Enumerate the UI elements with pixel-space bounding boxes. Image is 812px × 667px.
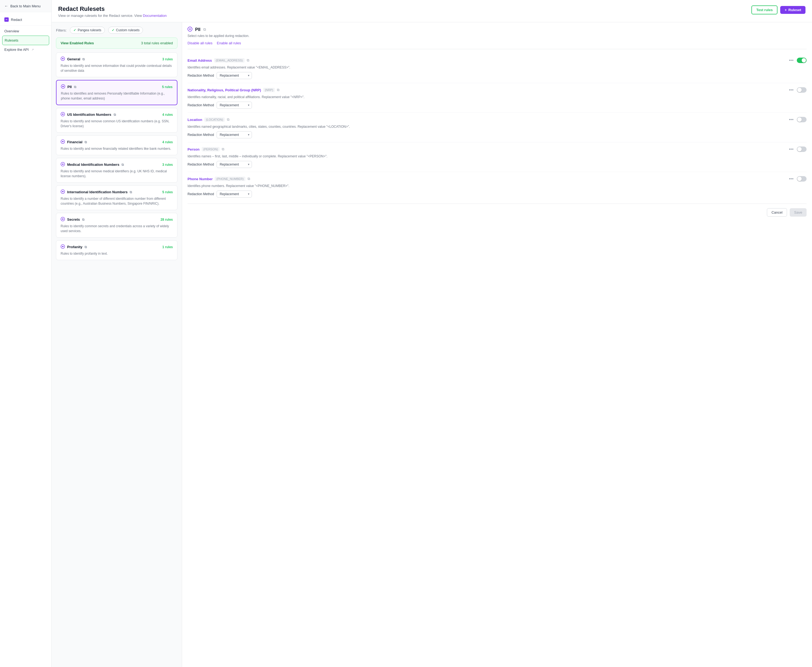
rule-item-phone: Phone Number (PHONE_NUMBER) ⧉ ••• Identi… [187,172,807,201]
rule-nrp-name: Nationality, Religious, Political Group … [187,88,261,92]
plus-icon: + [785,8,787,12]
profanity-copy-icon[interactable]: ⧉ [85,245,87,249]
ruleset-button-label: Ruleset [788,8,801,12]
ruleset-card-profanity[interactable]: Profanity ⧉ 1 rules Rules to identify pr… [56,240,177,260]
ruleset-card-financial[interactable]: Financial ⧉ 4 rules Rules to identify an… [56,135,177,155]
financial-copy-icon[interactable]: ⧉ [85,140,87,144]
sidebar-item-explore-api[interactable]: Explore the API ↗ [0,45,51,54]
rule-location-method: Redaction Method Replacement Mask Hash F… [187,131,807,138]
rule-person-copy-icon[interactable]: ⧉ [222,147,224,151]
profanity-desc: Rules to identify profanity in text. [61,251,173,256]
header-buttons: Test rules + Ruleset [751,5,805,14]
international-copy-icon[interactable]: ⧉ [129,190,132,194]
ruleset-card-secrets[interactable]: Secrets ⧉ 28 rules Rules to identify com… [56,213,177,237]
financial-count: 4 rules [162,140,173,144]
rules-list: Email Address (EMAIL_ADDRESS) ⧉ ••• Iden… [187,53,807,201]
sidebar-service-label: Redact [11,18,22,22]
rule-email-method-select[interactable]: Replacement Mask Hash Fake [217,72,252,79]
page-description: View or manage rulesets for the Redact s… [58,13,167,18]
sidebar-rulesets-label: Rulesets [5,38,18,42]
rule-person-tag: (PERSON) [202,147,220,151]
rule-phone-more-button[interactable]: ••• [788,176,795,182]
medical-desc: Rules to identify and remove medical ide… [61,169,173,179]
pangea-rulesets-filter[interactable]: ✓ Pangea rulesets [70,27,105,34]
rule-email-more-button[interactable]: ••• [788,57,795,63]
general-copy-icon[interactable]: ⧉ [82,57,85,61]
left-panel: Filters: ✓ Pangea rulesets ✓ Custom rule… [51,22,182,667]
save-button[interactable]: Save [790,208,807,217]
profanity-count: 1 rules [162,245,173,249]
rule-phone-method-select[interactable]: Replacement Mask Hash Fake [217,191,252,197]
add-ruleset-button[interactable]: + Ruleset [780,6,805,14]
us-id-card-title: US Identification Numbers [67,113,111,116]
ruleset-card-us-id[interactable]: US Identification Numbers ⧉ 4 rules Rule… [56,108,177,133]
ruleset-card-medical[interactable]: Medical Identification Numbers ⧉ 3 rules… [56,158,177,183]
rule-phone-tag: (PHONE_NUMBER) [215,177,245,181]
content-area: Filters: ✓ Pangea rulesets ✓ Custom rule… [51,22,812,667]
rule-email-toggle[interactable] [797,58,807,63]
medical-copy-icon[interactable]: ⧉ [121,163,124,167]
rule-phone-toggle[interactable] [797,176,807,182]
back-arrow-icon: ← [4,4,8,8]
rule-nrp-more-button[interactable]: ••• [788,87,795,93]
rule-location-name: Location [187,118,202,122]
right-panel: PII ⧉ Select rules to be applied during … [182,22,812,667]
rule-email-name: Email Address [187,58,212,63]
detail-actions: Disable all rules Enable all rules [187,41,807,49]
pangea-icon-pii [61,84,65,90]
us-id-copy-icon[interactable]: ⧉ [114,113,116,116]
sidebar-item-overview[interactable]: Overview [0,27,51,36]
rule-email-method-label: Redaction Method [187,74,214,78]
rule-person-method-select[interactable]: Replacement Mask Hash Fake [217,161,252,168]
rule-item-email: Email Address (EMAIL_ADDRESS) ⧉ ••• Iden… [187,53,807,83]
rule-location-method-select[interactable]: Replacement Mask Hash Fake [217,131,252,138]
general-count: 3 rules [162,57,173,61]
rule-person-more-button[interactable]: ••• [788,146,795,152]
pangea-icon-financial [61,139,65,144]
documentation-link[interactable]: Documentation [143,13,167,18]
sidebar-item-rulesets[interactable]: Rulesets [2,36,49,45]
rule-item-location: Location (LOCATION) ⧉ ••• Identifies nam… [187,113,807,143]
pangea-icon-profanity [61,244,65,249]
rule-email-copy-icon[interactable]: ⧉ [247,58,249,63]
rule-person-toggle[interactable] [797,146,807,152]
secrets-desc: Rules to identify common secrets and cre… [61,224,173,234]
back-label: Back to Main Menu [10,4,40,8]
filters-label: Filters: [56,28,66,32]
ruleset-card-general[interactable]: General ⧉ 3 rules Rules to identify and … [56,53,177,77]
rule-nrp-tag: (NRP) [263,88,275,92]
ruleset-card-international[interactable]: International Identification Numbers ⧉ 5… [56,185,177,210]
pangea-filter-label: Pangea rulesets [78,28,101,32]
rule-phone-copy-icon[interactable]: ⧉ [248,177,250,181]
custom-rulesets-filter[interactable]: ✓ Custom rulesets [108,27,143,34]
view-enabled-label: View Enabled Rules [61,41,94,45]
international-card-title: International Identification Numbers [67,190,128,194]
back-to-main-menu[interactable]: ← Back to Main Menu [0,0,51,12]
pii-copy-icon[interactable]: ⧉ [74,85,76,89]
detail-title: PII [195,27,201,32]
detail-copy-icon[interactable]: ⧉ [203,27,206,32]
enable-all-link[interactable]: Enable all rules [217,41,241,45]
view-enabled-bar[interactable]: View Enabled Rules 3 total rules enabled [56,38,177,49]
cancel-button[interactable]: Cancel [767,208,787,217]
sidebar-service[interactable]: Redact [0,15,51,24]
secrets-count: 28 rules [161,218,173,222]
rule-location-method-label: Redaction Method [187,133,214,137]
rule-nrp-method-select[interactable]: Replacement Mask Hash Fake [217,102,252,109]
pangea-icon-secrets [61,217,65,222]
test-rules-button[interactable]: Test rules [751,5,777,14]
pangea-icon-us-id [61,112,65,117]
rule-location-copy-icon[interactable]: ⧉ [227,118,229,122]
rule-location-more-button[interactable]: ••• [788,116,795,123]
rule-nrp-desc: Identifies nationality, racial, and poli… [187,95,807,100]
rule-location-toggle[interactable] [797,117,807,122]
disable-all-link[interactable]: Disable all rules [187,41,212,45]
ruleset-card-pii[interactable]: PII ⧉ 5 rules Rules to identifies and re… [56,80,177,105]
rule-nrp-copy-icon[interactable]: ⧉ [277,88,279,92]
rule-nrp-toggle[interactable] [797,87,807,93]
financial-card-title: Financial [67,140,82,144]
general-card-title: General [67,57,80,61]
filters-bar: Filters: ✓ Pangea rulesets ✓ Custom rule… [56,27,177,34]
view-enabled-count: 3 total rules enabled [141,41,173,45]
secrets-copy-icon[interactable]: ⧉ [82,218,85,222]
